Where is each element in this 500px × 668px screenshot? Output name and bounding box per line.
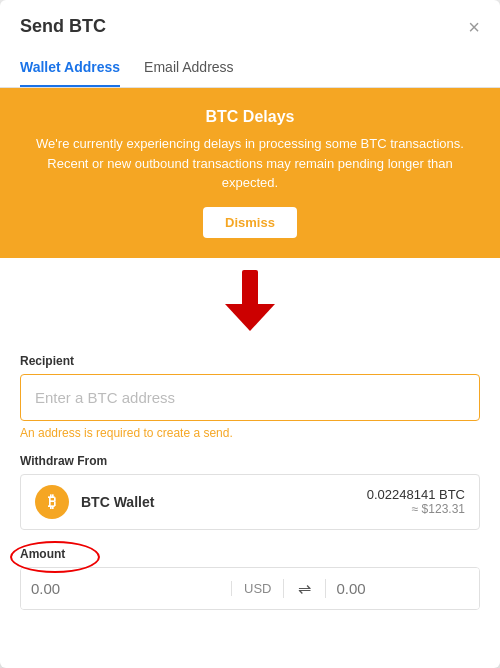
arrow-container: [0, 266, 500, 336]
recipient-input[interactable]: [20, 374, 480, 421]
withdraw-from-section: Withdraw From ₿ BTC Wallet 0.02248141 BT…: [20, 454, 480, 530]
dismiss-button[interactable]: Dismiss: [203, 207, 297, 238]
recipient-error: An address is required to create a send.: [20, 426, 480, 440]
balance-btc: 0.02248141 BTC: [367, 487, 465, 502]
wallet-balance: 0.02248141 BTC ≈ $123.31: [367, 487, 465, 516]
amount-usd-input[interactable]: [21, 568, 231, 609]
alert-banner: BTC Delays We're currently experiencing …: [0, 88, 500, 258]
wallet-name: BTC Wallet: [81, 494, 367, 510]
amount-row: USD ⇌ BTC: [20, 567, 480, 610]
alert-title: BTC Delays: [24, 108, 476, 126]
content-body: Recipient An address is required to crea…: [0, 340, 500, 630]
amount-label: Amount: [20, 547, 65, 561]
usd-currency-label: USD: [231, 581, 283, 596]
svg-marker-1: [225, 304, 275, 331]
close-button[interactable]: ×: [468, 17, 480, 37]
amount-btc-input[interactable]: [326, 568, 480, 609]
alert-body: We're currently experiencing delays in p…: [24, 134, 476, 193]
amount-section: Amount USD ⇌ BTC: [20, 544, 480, 610]
send-btc-modal: Send BTC × Wallet Address Email Address …: [0, 0, 500, 668]
wallet-row[interactable]: ₿ BTC Wallet 0.02248141 BTC ≈ $123.31: [20, 474, 480, 530]
tab-bar: Wallet Address Email Address: [0, 49, 500, 88]
btc-symbol: ₿: [48, 493, 56, 511]
amount-label-wrapper: Amount: [20, 547, 65, 567]
recipient-label: Recipient: [20, 354, 480, 368]
svg-rect-0: [242, 270, 258, 306]
withdraw-from-label: Withdraw From: [20, 454, 480, 468]
modal-header: Send BTC ×: [0, 0, 500, 37]
swap-icon: ⇌: [298, 579, 311, 598]
balance-usd: ≈ $123.31: [367, 502, 465, 516]
modal-title: Send BTC: [20, 16, 106, 37]
btc-icon: ₿: [35, 485, 69, 519]
tab-email-address[interactable]: Email Address: [144, 49, 233, 87]
down-arrow-icon: [215, 266, 285, 336]
tab-wallet-address[interactable]: Wallet Address: [20, 49, 120, 87]
swap-currency-button[interactable]: ⇌: [283, 579, 326, 598]
